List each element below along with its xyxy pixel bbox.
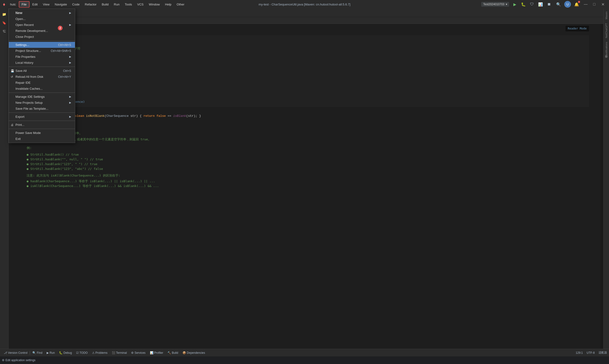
menu-item-build[interactable]: Build [99,2,111,7]
editor-area: ☕ CharSequenceUtil × ▶ CharSequenceUtil … [9,9,603,349]
run-bottom-btn[interactable]: ▶ Run [45,351,57,355]
menu-item-edit[interactable]: Edit [30,2,40,7]
menu-manage-ide[interactable]: Manage IDE Settings ▶ [9,94,75,100]
menu-settings[interactable]: Settings... Ctrl+Alt+S [9,42,75,48]
tab-bar: ☕ CharSequenceUtil × [9,9,603,17]
menu-save-all[interactable]: 💾 Save All Ctrl+S [9,68,75,74]
activity-bar: 📁 🔖 🏗 [0,9,9,349]
dropdown-sep-3 [9,92,75,93]
window-title: my-test - CharSequenceUtil.java [Maven: … [259,3,350,6]
file-menu-dropdown: New ▶ Open... Open Recent ▶ Remote Devel… [9,9,75,143]
settings-badge: 2 [58,26,63,30]
notifications-panel-label[interactable]: Notifications [605,41,608,57]
profiler-btn[interactable]: 📊 Profiler [148,351,165,355]
menu-reload-all[interactable]: ↺ Reload All from Disk Ctrl+Alt+Y [9,74,75,80]
code-line-129: 129 @ □ public static boolean isNotBlank… [9,109,603,123]
code-line-blank [9,30,603,35]
dependencies-btn[interactable]: 📦 Dependencies [181,351,207,355]
editor-content[interactable]: Reader Mode true; 非空白的定义如下： 空格、制表符、换行符, … [9,24,603,349]
menu-print[interactable]: 🖨 Print... [9,122,75,128]
menu-exit[interactable]: Exit [9,136,75,142]
reader-mode-button[interactable]: Reader Mode [566,26,589,31]
menu-open-recent[interactable]: Open Recent ▶ [9,22,75,28]
menu-local-history[interactable]: Local History ▶ [9,60,75,66]
netchatgpt-panel-label[interactable]: NetChatGPT [605,22,608,39]
breadcrumb: ▶ CharSequenceUtil [9,17,603,24]
menu-item-other[interactable]: Other [174,2,187,7]
coverage-button[interactable]: 🛡 [528,0,536,8]
dropdown-sep-6 [9,129,75,129]
menu-invalidate-caches[interactable]: Invalidate Caches... [9,86,75,91]
title-bar-left: ♦ hutc File Edit View Navigate Code Refa… [3,1,187,8]
version-control-btn[interactable]: ⎇ Version Control [2,351,29,355]
plugins-panel-label[interactable]: 插件 [605,59,608,61]
menu-item-view[interactable]: View [40,2,52,7]
bookmark-icon[interactable]: 🔖 [0,19,8,27]
problems-btn[interactable]: ⚠ Problems [90,351,109,355]
doc-block-2: 指定字符串数组中，是否包含空字符串。 如果指定的字符串数组的长度为 0，或者其中… [23,128,589,191]
menu-item-file[interactable]: File [19,1,29,8]
main-layout: 📁 🔖 🏗 ☕ CharSequenceUtil × ▶ CharSequenc… [0,9,609,349]
dropdown-sep-5 [9,121,75,121]
code-editor[interactable]: true; 非空白的定义如下： 空格、制表符、换行符, 等不可见字符 "" is… [9,24,603,193]
menu-item-window[interactable]: Window [146,2,162,7]
title-bar-controls: Test2024010703 ▾ ▶ 🐛 🛡 📊 ⏹ 🔍 U 🔔 — □ ✕ [481,0,606,8]
app-logo: ♦ [3,2,5,7]
todo-btn[interactable]: ☑ TODO [74,351,90,355]
status-bar: ⎇ Version Control 🔍 Find ▶ Run 🐛 Debug ☑… [0,349,609,356]
project-panel-icon[interactable]: 📁 [0,11,8,18]
menu-item-refactor[interactable]: Refactor [83,2,99,7]
menu-item-tools[interactable]: Tools [122,2,134,7]
stop-button[interactable]: ⏹ [545,0,553,8]
run-buttons: ▶ 🐛 🛡 📊 ⏹ [511,0,553,8]
menu-project-structure[interactable]: Project Structure... Ctrl+Alt+Shift+S [9,48,75,54]
run-config-selector[interactable]: Test2024010703 ▾ [481,2,509,7]
user-avatar[interactable]: U [564,1,571,8]
doc-block: 非空白的定义如下： 空格、制表符、换行符, 等不可见字符 "" isBlank(… [23,35,589,107]
menu-open[interactable]: Open... [9,16,75,22]
dropdown-sep-2 [9,67,75,67]
find-btn[interactable]: 🔍 Find [30,351,44,355]
menu-item-navigate[interactable]: Navigate [52,2,69,7]
dropdown-sep-4 [9,113,75,113]
minimize-button[interactable]: — [582,1,589,8]
menu-repair-ide[interactable]: Repair IDE [9,80,75,86]
menu-item-help[interactable]: Help [163,2,174,7]
right-sidebar: Maven NetChatGPT Notifications 插件 [603,9,609,349]
debug-bottom-btn[interactable]: 🐛 Debug [57,351,74,355]
dropdown-sep-1 [9,41,75,41]
bottom-bar: ⚙ Edit application settings [0,356,609,364]
run-button[interactable]: ▶ [511,0,518,8]
maven-panel-label[interactable]: Maven [605,11,608,20]
menu-save-template[interactable]: Save File as Template... [9,106,75,112]
minimap-scrollbar[interactable] [600,24,603,349]
build-btn[interactable]: 🔨 Build [166,351,180,355]
menu-export[interactable]: Export ▶ [9,114,75,120]
menu-new-projects-setup[interactable]: New Projects Setup ▶ [9,100,75,106]
debug-button[interactable]: 🐛 [519,0,527,8]
menu-item-hutc[interactable]: hutc [8,2,18,7]
close-button[interactable]: ✕ [599,1,606,8]
menu-file-properties[interactable]: File Properties ▶ [9,54,75,60]
profile-button[interactable]: 📊 [537,0,544,8]
menu-bar: hutc File Edit View Navigate Code Refact… [8,1,187,8]
menu-remote-dev[interactable]: Remote Development... [9,28,75,34]
notifications-icon[interactable]: 🔔 [573,0,581,8]
menu-close-project[interactable]: Close Project [9,34,75,40]
menu-item-vcs[interactable]: VCS [135,2,146,7]
terminal-btn[interactable]: ⬛ Terminal [110,351,129,355]
status-bar-right: 129:1 UTF-8 适配器 [576,351,607,355]
menu-item-code[interactable]: Code [70,2,82,7]
edit-settings-btn[interactable]: ⚙ Edit application settings [2,359,36,362]
menu-item-run[interactable]: Run [112,2,122,7]
search-everywhere-icon[interactable]: 🔍 [555,0,562,8]
structure-icon[interactable]: 🏗 [0,28,8,35]
code-line: true; [9,26,603,30]
services-btn[interactable]: ⚙ Services [129,351,147,355]
maximize-button[interactable]: □ [591,1,597,8]
menu-new[interactable]: New ▶ [9,10,75,16]
menu-power-save[interactable]: Power Save Mode [9,130,75,136]
title-bar: ♦ hutc File Edit View Navigate Code Refa… [0,0,609,9]
